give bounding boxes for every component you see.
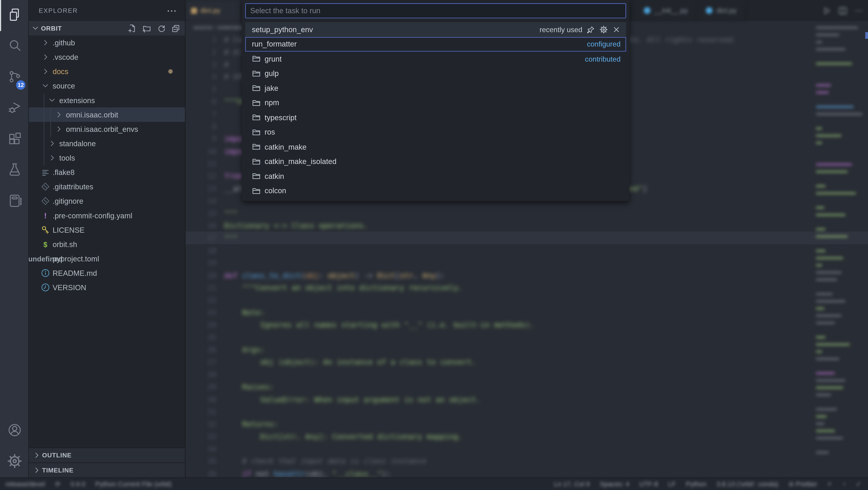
- gear-icon[interactable]: [599, 25, 608, 33]
- status-item-right-5[interactable]: 3.8.13 ('orbit': conda): [716, 480, 778, 488]
- task-item-setup_python_env[interactable]: setup_python_envrecently used: [245, 22, 626, 37]
- task-item-catkin_make[interactable]: catkin_make: [245, 140, 626, 154]
- tree-item-.gitignore[interactable]: .gitignore: [29, 194, 185, 208]
- status-item-left-2[interactable]: 0 A 0: [70, 480, 85, 488]
- status-item-right-7[interactable]: ⚡: [827, 480, 832, 488]
- status-item-right-6[interactable]: ⊘ Prettier: [788, 480, 817, 488]
- activitybar-source-control[interactable]: 12: [0, 62, 29, 93]
- tree-item-tools[interactable]: tools: [29, 150, 185, 165]
- tab-__init__.py[interactable]: __init__.py: [635, 0, 697, 21]
- tab-active[interactable]: dict.py: [185, 0, 242, 21]
- activitybar-search[interactable]: [0, 31, 29, 62]
- task-item-npm[interactable]: npm: [245, 95, 626, 110]
- tree-item-VERSION[interactable]: VERSION: [29, 280, 185, 295]
- code-line: 24 Ignores all names starting with "__" …: [185, 318, 868, 331]
- task-meta-link[interactable]: configured: [587, 40, 620, 48]
- more-actions-icon[interactable]: ···: [167, 6, 177, 15]
- section-toolbar: [128, 24, 181, 33]
- code-text: if not hasattr(obj, "__class__"):: [224, 469, 391, 478]
- folder-icon: [252, 69, 261, 78]
- tree-item-standalone[interactable]: standalone: [29, 136, 185, 150]
- close-icon[interactable]: [612, 25, 620, 33]
- task-item-gulp[interactable]: gulp: [245, 66, 626, 81]
- activitybar-testing[interactable]: [0, 155, 29, 186]
- activitybar-settings[interactable]: [0, 446, 29, 478]
- play-icon[interactable]: [822, 6, 831, 15]
- pin-icon[interactable]: [587, 25, 595, 33]
- task-item-grunt[interactable]: gruntcontributed: [245, 52, 626, 66]
- minimap-line: [816, 250, 826, 252]
- line-number: 1: [191, 35, 217, 44]
- tree-item-.vscode[interactable]: .vscode: [29, 50, 185, 64]
- status-item-right-2[interactable]: UTF-8: [639, 480, 658, 488]
- line-number: 24: [191, 320, 217, 329]
- task-item-colcon[interactable]: colcon: [245, 184, 626, 198]
- task-meta-link[interactable]: contributed: [585, 55, 621, 63]
- activitybar-extensions[interactable]: [0, 124, 29, 155]
- activitybar-run-debug[interactable]: [0, 93, 29, 124]
- section-header-orbit[interactable]: ORBIT: [29, 21, 185, 35]
- task-label: catkin_make: [265, 143, 621, 151]
- split[interactable]: [838, 6, 847, 15]
- status-item-left-3[interactable]: Python Current File (orbit): [95, 480, 172, 488]
- status-item-left-1[interactable]: ⟳: [55, 480, 60, 488]
- tree-item-docs[interactable]: docs: [29, 64, 185, 79]
- section-header-outline[interactable]: OUTLINE: [29, 448, 185, 463]
- status-item-left-0[interactable]: release/devel: [5, 480, 45, 488]
- tree-item-.flake8[interactable]: .flake8: [29, 165, 185, 179]
- status-item-right-9[interactable]: ✓: [856, 480, 861, 488]
- minimap-line: [816, 300, 845, 302]
- tab-dict.py[interactable]: dict.py: [697, 0, 746, 21]
- tree-item-extensions[interactable]: extensions: [29, 93, 185, 108]
- task-item-jake[interactable]: jake: [245, 81, 626, 95]
- tab-label: dict.py: [717, 7, 737, 15]
- tree-item-.gitattributes[interactable]: .gitattributes: [29, 179, 185, 194]
- task-label: setup_python_env: [252, 25, 533, 33]
- new-folder-icon[interactable]: [142, 24, 152, 33]
- settings-icon: [7, 453, 22, 470]
- ellipsis[interactable]: [854, 6, 863, 15]
- tree-item-README.md[interactable]: README.md: [29, 266, 185, 280]
- section-header-timeline[interactable]: TIMELINE: [29, 462, 185, 478]
- minimap[interactable]: [814, 22, 867, 478]
- quickpick-input[interactable]: Select the task to run: [245, 3, 626, 19]
- tab-label: __init__.py: [654, 7, 688, 15]
- activitybar-explorer[interactable]: [0, 0, 29, 31]
- task-item-catkin[interactable]: catkin: [245, 169, 626, 184]
- git-file-icon: [41, 182, 50, 191]
- minimap-slider[interactable]: [865, 32, 868, 39]
- task-label: gulp: [265, 69, 621, 78]
- activitybar-account[interactable]: [0, 415, 29, 446]
- minimap-line: [816, 135, 841, 137]
- status-item-right-3[interactable]: LF: [668, 480, 676, 488]
- tree-item-omni.isaac.orbit[interactable]: omni.isaac.orbit: [29, 108, 185, 122]
- tree-item-source[interactable]: source: [29, 79, 185, 93]
- tree-item-.pre-commit-config.yaml[interactable]: !.pre-commit-config.yaml: [29, 208, 185, 223]
- new-file-icon[interactable]: [128, 24, 137, 33]
- tree-item-LICENSE[interactable]: LICENSE: [29, 223, 185, 237]
- section-label: TIMELINE: [42, 467, 74, 473]
- refresh-icon[interactable]: [157, 24, 166, 33]
- chevron-right-icon: [32, 466, 41, 475]
- task-item-catkin_make_isolated[interactable]: catkin_make_isolated: [245, 154, 626, 169]
- collapse-all-icon[interactable]: [171, 24, 180, 33]
- status-item-right-4[interactable]: Python: [686, 480, 707, 488]
- minimap-line: [816, 192, 856, 194]
- tree-item-orbit.sh[interactable]: $orbit.sh: [29, 237, 185, 251]
- tree-item-pyproject.toml[interactable]: undefinedpyproject.toml: [29, 251, 185, 266]
- task-item-run_formatter[interactable]: run_formatterconfigured: [245, 37, 626, 51]
- task-item-typescript[interactable]: typescript: [245, 110, 626, 125]
- minimap-line: [816, 62, 852, 64]
- tree-item-omni.isaac.orbit_envs[interactable]: omni.isaac.orbit_envs: [29, 122, 185, 136]
- tree-item-label: LICENSE: [53, 226, 85, 234]
- minimap-line: [816, 214, 845, 215]
- task-actions: [587, 25, 621, 33]
- minimap-line: [816, 358, 839, 359]
- status-item-right-8[interactable]: ◔: [842, 480, 846, 488]
- activitybar-notebook[interactable]: [0, 186, 29, 217]
- status-item-right-1[interactable]: Spaces: 4: [600, 480, 629, 488]
- tree-item-.github[interactable]: .github: [29, 35, 185, 50]
- task-item-ros[interactable]: ros: [245, 125, 626, 139]
- status-item-right-0[interactable]: Ln 17, Col 9: [554, 480, 590, 488]
- minimap-line: [816, 408, 837, 410]
